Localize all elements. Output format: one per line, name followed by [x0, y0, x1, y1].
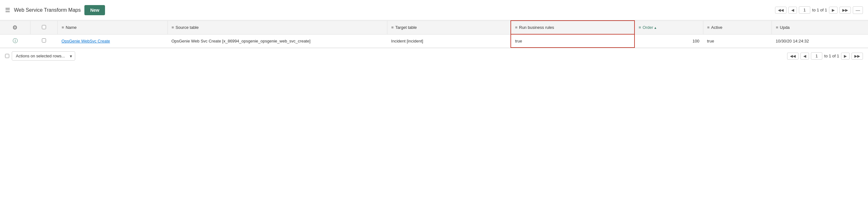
footer-page-info: to 1 of 1: [824, 54, 839, 58]
first-page-button[interactable]: ◀◀: [775, 7, 786, 13]
row-active-value: true: [707, 39, 714, 43]
record-name-link[interactable]: OpsGenie WebSvc Create: [62, 39, 110, 43]
footer-checkbox[interactable]: [5, 54, 9, 58]
sort-arrow: ▲: [654, 26, 657, 30]
table-header-row: ⚙ ≡Name ≡Source table ≡Target table ≡Run…: [0, 21, 868, 34]
prev-page-button[interactable]: ◀: [788, 7, 797, 13]
footer-right: ◀◀ ◀ 1 to 1 of 1 ▶ ▶▶: [79, 52, 863, 60]
row-order-cell: 100: [634, 34, 703, 47]
table-row: ⓘ OpsGenie WebSvc Create OpsGenie Web Sv…: [0, 34, 868, 47]
target-list-icon: ≡: [391, 25, 394, 30]
source-list-icon: ≡: [172, 25, 174, 30]
app-header: ☰ Web Service Transform Maps New ◀◀ ◀ 1 …: [0, 0, 868, 20]
new-button[interactable]: New: [84, 5, 105, 15]
th-updated[interactable]: ≡Upda: [772, 21, 868, 34]
row-info-cell: ⓘ: [0, 34, 30, 47]
th-order[interactable]: ≡Order▲: [634, 21, 703, 34]
footer-prev-page-button[interactable]: ◀: [800, 53, 809, 60]
footer-current-page: 1: [811, 52, 822, 60]
actions-on-selected-select[interactable]: Actions on selected rows...: [12, 52, 75, 61]
row-name-cell: OpsGenie WebSvc Create: [58, 34, 167, 47]
row-run-cell: true: [511, 34, 634, 47]
row-source-cell: OpsGenie Web Svc Create [x_86994_opsgeni…: [167, 34, 388, 47]
name-list-icon: ≡: [62, 25, 64, 30]
row-checkbox[interactable]: [42, 38, 46, 42]
order-list-icon: ≡: [639, 25, 641, 30]
row-target-cell: Incident [incident]: [388, 34, 511, 47]
row-checkbox-cell: [30, 34, 58, 47]
last-page-button[interactable]: ▶▶: [839, 7, 851, 13]
info-icon[interactable]: ⓘ: [13, 38, 18, 43]
header-left: ☰ Web Service Transform Maps New: [5, 5, 775, 15]
footer-page-indicator: 1 to 1 of 1: [811, 52, 839, 60]
hamburger-icon[interactable]: ☰: [5, 7, 10, 13]
row-active-cell: true: [703, 34, 772, 47]
active-list-icon: ≡: [707, 25, 710, 30]
update-list-icon: ≡: [776, 25, 778, 30]
current-page: 1: [799, 6, 810, 13]
next-page-button[interactable]: ▶: [829, 7, 838, 13]
footer-last-page-button[interactable]: ▶▶: [851, 53, 863, 60]
gear-icon[interactable]: ⚙: [12, 25, 18, 31]
table-wrapper: ⚙ ≡Name ≡Source table ≡Target table ≡Run…: [0, 20, 868, 48]
footer-first-page-button[interactable]: ◀◀: [787, 53, 799, 60]
footer-next-page-button[interactable]: ▶: [841, 53, 849, 60]
row-order-value: 100: [692, 39, 700, 43]
th-source-table[interactable]: ≡Source table: [167, 21, 388, 34]
th-active[interactable]: ≡Active: [703, 21, 772, 34]
page-info: to 1 of 1: [812, 8, 827, 12]
th-target-table[interactable]: ≡Target table: [388, 21, 511, 34]
select-all-checkbox[interactable]: [42, 25, 46, 29]
run-list-icon: ≡: [515, 25, 518, 30]
transform-maps-table: ⚙ ≡Name ≡Source table ≡Target table ≡Run…: [0, 20, 868, 48]
header-right: ◀◀ ◀ 1 to 1 of 1 ▶ ▶▶ —: [775, 6, 863, 14]
footer-left: Actions on selected rows...: [5, 52, 75, 61]
actions-select-wrapper: Actions on selected rows...: [12, 52, 75, 61]
row-run-value: true: [515, 39, 522, 43]
th-name[interactable]: ≡Name: [58, 21, 167, 34]
row-updated-value: 10/30/20 14:24:32: [776, 39, 809, 43]
row-target-value: Incident [incident]: [391, 39, 423, 43]
th-checkbox: [30, 21, 58, 34]
footer: Actions on selected rows... ◀◀ ◀ 1 to 1 …: [0, 48, 868, 64]
th-gear[interactable]: ⚙: [0, 21, 30, 34]
th-run-business-rules[interactable]: ≡Run business rules: [511, 21, 634, 34]
row-updated-cell: 10/30/20 14:24:32: [772, 34, 868, 47]
row-source-value: OpsGenie Web Svc Create [x_86994_opsgeni…: [171, 39, 310, 43]
page-title: Web Service Transform Maps: [14, 7, 81, 13]
collapse-button[interactable]: —: [853, 6, 863, 14]
page-indicator: 1 to 1 of 1: [799, 6, 827, 13]
